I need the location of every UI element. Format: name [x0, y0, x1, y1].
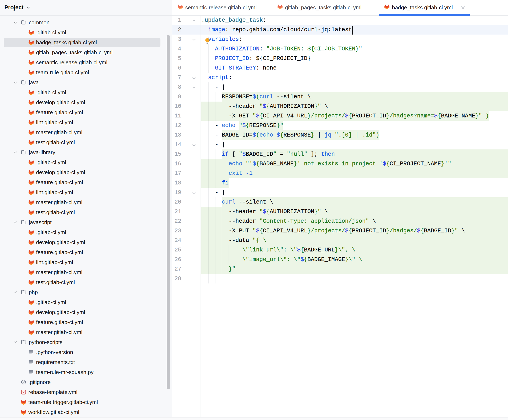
svg-text:Y: Y — [22, 391, 25, 394]
